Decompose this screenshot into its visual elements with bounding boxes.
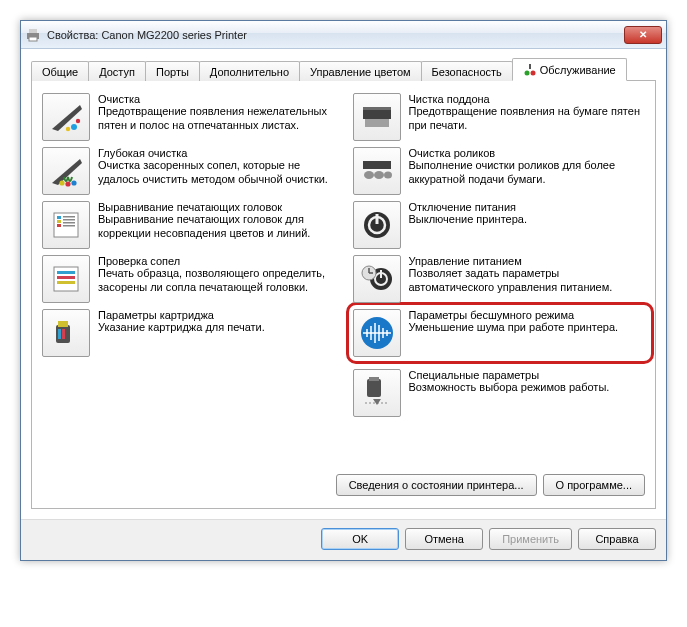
tab-advanced[interactable]: Дополнительно bbox=[199, 61, 300, 81]
autopower-title: Управление питанием bbox=[409, 255, 646, 267]
nozzle-icon bbox=[48, 261, 84, 297]
svg-rect-25 bbox=[57, 281, 75, 284]
plate-icon bbox=[359, 99, 395, 135]
item-custom-settings: Специальные параметрыВозможность выбора … bbox=[353, 369, 646, 417]
svg-rect-28 bbox=[58, 329, 61, 339]
tab-general[interactable]: Общие bbox=[31, 61, 89, 81]
nozzle-desc: Печать образца, позволяющего определить,… bbox=[98, 267, 335, 295]
svg-rect-33 bbox=[363, 161, 391, 169]
quiet-desc: Уменьшение шума при работе принтера. bbox=[409, 321, 646, 335]
printer-status-button[interactable]: Сведения о состоянии принтера... bbox=[336, 474, 537, 496]
svg-point-7 bbox=[71, 124, 77, 130]
ok-button[interactable]: OK bbox=[321, 528, 399, 550]
cartridge-icon bbox=[48, 315, 84, 351]
custom-desc: Возможность выбора режимов работы. bbox=[409, 381, 646, 395]
cartridge-title: Параметры картриджа bbox=[98, 309, 335, 321]
autopower-desc: Позволяет задать параметры автоматическо… bbox=[409, 267, 646, 295]
custom-settings-button[interactable] bbox=[353, 369, 401, 417]
svg-rect-16 bbox=[57, 220, 61, 223]
custom-icon bbox=[359, 375, 395, 411]
cartridge-desc: Указание картриджа для печати. bbox=[98, 321, 335, 335]
cancel-button[interactable]: Отмена bbox=[405, 528, 483, 550]
close-button[interactable]: ✕ bbox=[624, 26, 662, 44]
svg-rect-20 bbox=[63, 222, 75, 224]
svg-rect-42 bbox=[380, 270, 382, 278]
svg-rect-39 bbox=[375, 214, 378, 224]
alignment-title: Выравнивание печатающих головок bbox=[98, 201, 335, 213]
roller-icon bbox=[359, 153, 395, 189]
window-title: Свойства: Canon MG2200 series Printer bbox=[47, 29, 624, 41]
head-alignment-button[interactable] bbox=[42, 201, 90, 249]
tab-strip: Общие Доступ Порты Дополнительно Управле… bbox=[31, 57, 656, 81]
cartridge-button[interactable] bbox=[42, 309, 90, 357]
item-nozzle-check: Проверка сопелПечать образца, позволяюще… bbox=[42, 255, 335, 303]
right-column: Чистка поддонаПредотвращение появления н… bbox=[353, 93, 646, 423]
svg-rect-21 bbox=[63, 225, 75, 227]
auto-power-icon bbox=[359, 261, 395, 297]
svg-rect-29 bbox=[62, 329, 65, 339]
item-cleaning: ОчисткаПредотвращение появления нежелате… bbox=[42, 93, 335, 141]
nozzle-check-button[interactable] bbox=[42, 255, 90, 303]
apply-button[interactable]: Применить bbox=[489, 528, 572, 550]
svg-rect-30 bbox=[363, 109, 391, 119]
quiet-icon bbox=[357, 313, 397, 353]
plate-cleaning-button[interactable] bbox=[353, 93, 401, 141]
item-cartridge-settings: Параметры картриджаУказание картриджа дл… bbox=[42, 309, 335, 357]
roller-cleaning-button[interactable] bbox=[353, 147, 401, 195]
svg-rect-32 bbox=[363, 107, 391, 110]
quiet-mode-button[interactable] bbox=[353, 309, 401, 357]
svg-point-11 bbox=[59, 180, 64, 185]
titlebar: Свойства: Canon MG2200 series Printer ✕ bbox=[21, 21, 666, 49]
svg-rect-15 bbox=[57, 216, 61, 219]
svg-point-36 bbox=[384, 172, 392, 179]
item-deep-cleaning: Глубокая очисткаОчистка засоренных сопел… bbox=[42, 147, 335, 195]
dialog-footer: OK Отмена Применить Справка bbox=[21, 519, 666, 560]
item-roller-cleaning: Очистка роликовВыполнение очистки ролико… bbox=[353, 147, 646, 195]
cleaning-desc: Предотвращение появления нежелательных п… bbox=[98, 105, 335, 133]
item-bottom-plate-cleaning: Чистка поддонаПредотвращение появления н… bbox=[353, 93, 646, 141]
maintenance-panel: ОчисткаПредотвращение появления нежелате… bbox=[31, 81, 656, 509]
quiet-mode-highlight: Параметры бесшумного режимаУменьшение шу… bbox=[346, 302, 655, 364]
deep-cleaning-title: Глубокая очистка bbox=[98, 147, 335, 159]
tab-colormgmt[interactable]: Управление цветом bbox=[299, 61, 422, 81]
power-off-button[interactable] bbox=[353, 201, 401, 249]
tab-ports[interactable]: Порты bbox=[145, 61, 200, 81]
svg-point-12 bbox=[65, 181, 70, 186]
svg-rect-24 bbox=[57, 276, 75, 279]
svg-rect-2 bbox=[29, 37, 37, 41]
svg-point-8 bbox=[66, 127, 70, 131]
tab-maintenance[interactable]: Обслуживание bbox=[512, 58, 627, 81]
cleaning-button[interactable] bbox=[42, 93, 90, 141]
svg-point-34 bbox=[364, 171, 374, 179]
nozzle-title: Проверка сопел bbox=[98, 255, 335, 267]
dialog-body: Общие Доступ Порты Дополнительно Управле… bbox=[21, 49, 666, 519]
properties-window: Свойства: Canon MG2200 series Printer ✕ … bbox=[20, 20, 667, 561]
about-button[interactable]: О программе... bbox=[543, 474, 645, 496]
item-power-off: Отключение питанияВыключение принтера. bbox=[353, 201, 646, 249]
auto-power-button[interactable] bbox=[353, 255, 401, 303]
svg-rect-31 bbox=[365, 119, 389, 127]
item-auto-power: Управление питаниемПозволяет задать пара… bbox=[353, 255, 646, 303]
svg-rect-49 bbox=[369, 377, 379, 381]
poweroff-desc: Выключение принтера. bbox=[409, 213, 646, 227]
custom-title: Специальные параметры bbox=[409, 369, 646, 381]
svg-rect-19 bbox=[63, 219, 75, 221]
cleaning-icon bbox=[48, 99, 84, 135]
svg-rect-27 bbox=[58, 321, 68, 327]
plate-desc: Предотвращение появления на бумаге пятен… bbox=[409, 105, 646, 133]
item-head-alignment: Выравнивание печатающих головокВыравнива… bbox=[42, 201, 335, 249]
poweroff-title: Отключение питания bbox=[409, 201, 646, 213]
svg-rect-1 bbox=[29, 29, 37, 33]
deep-cleaning-icon bbox=[48, 153, 84, 189]
tab-security[interactable]: Безопасность bbox=[421, 61, 513, 81]
svg-rect-23 bbox=[57, 271, 75, 274]
roller-title: Очистка роликов bbox=[409, 147, 646, 159]
maintenance-icon bbox=[523, 63, 537, 77]
svg-marker-51 bbox=[373, 399, 381, 405]
tab-sharing[interactable]: Доступ bbox=[88, 61, 146, 81]
deep-cleaning-button[interactable] bbox=[42, 147, 90, 195]
roller-desc: Выполнение очистки роликов для более акк… bbox=[409, 159, 646, 187]
quiet-title: Параметры бесшумного режима bbox=[409, 309, 646, 321]
power-icon bbox=[359, 207, 395, 243]
help-button[interactable]: Справка bbox=[578, 528, 656, 550]
